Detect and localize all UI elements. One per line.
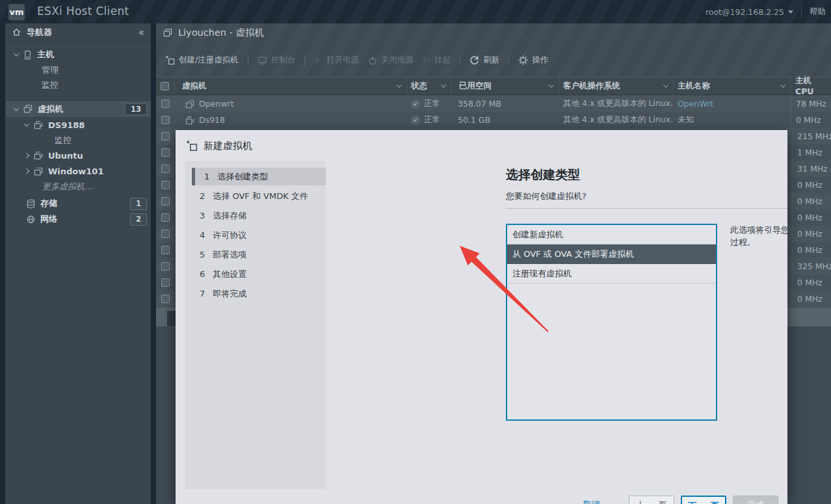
app-title: ESXi Host Client — [37, 5, 129, 18]
navigator-sidebar: 导航器 « 主机 管理 监控 虚拟机 13 DS9188 监控 — [5, 23, 151, 504]
chevron-down-icon[interactable] — [14, 105, 19, 111]
dialog-title: 新建虚拟机 — [204, 140, 252, 152]
row-checkbox[interactable] — [156, 99, 174, 108]
sidebar-item-label: 监控 — [55, 135, 72, 146]
wizard-step-3[interactable]: 3 选择存储 — [192, 207, 326, 224]
column-header-hostname[interactable]: 主机名称 — [674, 77, 791, 94]
chevron-down-icon[interactable] — [24, 121, 29, 126]
row-checkbox[interactable] — [156, 230, 174, 238]
power-off-button[interactable]: 关闭电源 — [368, 55, 414, 66]
sidebar-item-storage[interactable]: 存储 1 — [5, 196, 151, 211]
column-label: 主机 CPU — [795, 75, 831, 96]
actions-button[interactable]: 操作 — [518, 55, 548, 66]
step-label: 选择创建类型 — [217, 171, 268, 183]
wizard-step-2[interactable]: 2 选择 OVF 和 VMDK 文件 — [192, 187, 326, 205]
sidebar-item-ds9188[interactable]: DS9188 — [16, 117, 151, 133]
step-label: 部署选项 — [213, 249, 246, 261]
chevron-down-icon[interactable] — [441, 82, 446, 87]
column-header-vm[interactable]: 虚拟机 — [174, 77, 407, 94]
option-create-new-vm[interactable]: 创建新虚拟机 — [507, 225, 716, 245]
wizard-step-7[interactable]: 7 即将完成 — [192, 285, 326, 302]
cancel-button[interactable]: 取消 — [583, 499, 600, 504]
status-label: 正常 — [424, 114, 440, 126]
row-checkbox[interactable] — [156, 246, 174, 254]
row-checkbox[interactable] — [156, 116, 174, 124]
power-on-button[interactable]: 打开电源 — [314, 55, 359, 66]
network-count-badge: 2 — [130, 213, 147, 226]
sidebar-item-ubuntu[interactable]: Ubuntu — [16, 148, 151, 163]
divider — [248, 55, 248, 66]
chevron-right-icon[interactable] — [24, 168, 29, 174]
next-button[interactable]: 下 一 页 — [681, 496, 726, 504]
row-checkbox[interactable] — [156, 197, 174, 206]
new-vm-wizard-dialog: 新建虚拟机 1 选择创建类型 2 选择 OVF 和 VMDK 文件 3 选择存储… — [176, 130, 787, 504]
chevron-right-icon[interactable] — [24, 153, 29, 158]
chevron-down-icon[interactable] — [780, 82, 785, 87]
chevron-down-icon[interactable] — [549, 82, 554, 87]
row-checkbox[interactable] — [156, 278, 174, 287]
sidebar-item-manage[interactable]: 管理 — [5, 62, 151, 77]
sidebar-item-monitor[interactable]: 监控 — [5, 77, 151, 92]
divider — [304, 55, 305, 66]
top-bar: vm ESXi Host Client root@192.168.2.25 帮助 — [0, 0, 831, 23]
help-link[interactable]: 帮助 — [810, 7, 826, 18]
suspend-button[interactable]: 挂起 — [423, 55, 451, 66]
option-deploy-from-ovf[interactable]: 从 OVF 或 OVA 文件部署虚拟机 — [507, 245, 716, 264]
wizard-content: 选择创建类型 您要如何创建虚拟机? 创建新虚拟机 从 OVF 或 OVA 文件部… — [506, 161, 787, 421]
sidebar-item-window101[interactable]: Window101 — [16, 163, 151, 179]
wizard-footer: 取消 上 一 页 下 一 页 完成 — [176, 496, 778, 504]
row-checkbox[interactable] — [156, 262, 174, 271]
creation-type-listbox: 创建新虚拟机 从 OVF 或 OVA 文件部署虚拟机 注册现有虚拟机 — [506, 224, 717, 421]
step-number: 1 — [204, 172, 209, 181]
sidebar-item-vms[interactable]: 虚拟机 13 — [5, 100, 151, 117]
sidebar-item-network[interactable]: 网络 2 — [5, 211, 151, 227]
wizard-step-4[interactable]: 4 许可协议 — [192, 226, 326, 244]
chevron-down-icon[interactable] — [663, 82, 668, 87]
sidebar-item-more-vms[interactable]: 更多虚拟机... — [5, 179, 151, 194]
power-icon — [368, 56, 377, 65]
step-number: 7 — [200, 289, 205, 298]
chevron-down-icon[interactable] — [397, 82, 402, 87]
row-checkbox[interactable] — [156, 132, 174, 140]
select-all-checkbox[interactable] — [156, 77, 174, 94]
row-checkbox[interactable] — [156, 213, 174, 222]
divider — [801, 7, 802, 17]
vm-running-icon — [33, 120, 44, 130]
table-header: 虚拟机 状态 已用空间 客户机操作系统 主机名称 主机 CPU — [156, 77, 831, 95]
button-label: 挂起 — [434, 55, 451, 66]
column-header-cpu[interactable]: 主机 CPU — [791, 77, 831, 94]
step-label: 选择 OVF 和 VMDK 文件 — [213, 191, 308, 202]
status-label: 正常 — [424, 98, 440, 109]
chevron-down-icon[interactable] — [14, 51, 19, 56]
column-header-space[interactable]: 已用空间 — [451, 77, 559, 94]
back-button[interactable]: 上 一 页 — [629, 496, 674, 504]
column-header-status[interactable]: 状态 — [407, 77, 451, 94]
sidebar-item-host[interactable]: 主机 — [5, 47, 151, 62]
option-description: 此选项将引导您完成从 OVF 和 VMDK 文件创建虚拟机的过程。 — [730, 224, 787, 421]
user-menu[interactable]: root@192.168.2.25 — [706, 7, 793, 17]
console-button[interactable]: 控制台 — [257, 55, 296, 66]
collapse-sidebar-button[interactable]: « — [138, 27, 144, 38]
wizard-step-6[interactable]: 6 其他设置 — [192, 265, 326, 283]
wizard-step-5[interactable]: 5 部署选项 — [192, 246, 326, 263]
row-checkbox[interactable] — [156, 295, 174, 303]
row-checkbox[interactable] — [156, 165, 174, 173]
row-checkbox[interactable] — [156, 148, 174, 157]
refresh-button[interactable]: 刷新 — [469, 55, 499, 66]
finish-button[interactable]: 完成 — [733, 496, 778, 504]
storage-icon — [26, 199, 36, 209]
column-header-os[interactable]: 客户机操作系统 — [559, 77, 674, 94]
wizard-step-1[interactable]: 1 选择创建类型 — [192, 168, 326, 185]
create-register-vm-button[interactable]: 创建/注册虚拟机 — [165, 55, 239, 66]
option-register-existing-vm[interactable]: 注册现有虚拟机 — [507, 264, 716, 284]
table-row[interactable]: Ds918 ✓ 正常 50.1 GB 其他 4.x 或更高版本的 Linux..… — [156, 112, 831, 128]
page-title-label: Liyouchen - 虚拟机 — [178, 27, 264, 39]
sidebar-item-ds9188-monitor[interactable]: 监控 — [5, 133, 151, 148]
table-row[interactable]: Openwrt ✓ 正常 358.07 MB 其他 4.x 或更高版本的 Lin… — [156, 96, 831, 112]
cpu-value: 31 MHz — [797, 164, 828, 174]
row-checkbox[interactable] — [156, 181, 174, 189]
page-title: Liyouchen - 虚拟机 — [163, 27, 264, 39]
divider — [506, 208, 787, 209]
hostname-value[interactable]: OpenWrt — [678, 99, 713, 109]
os-value: 其他 4.x 或更高版本的 Linux... — [563, 114, 674, 126]
